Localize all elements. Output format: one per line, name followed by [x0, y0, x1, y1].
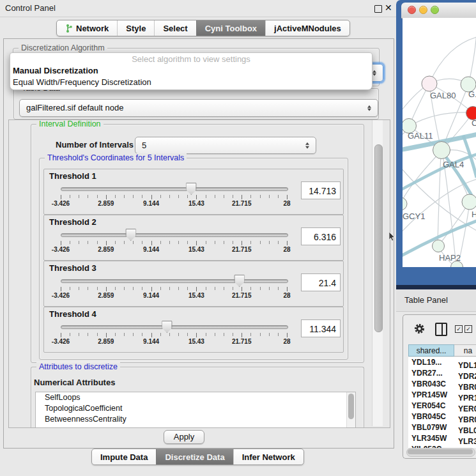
- tab-select[interactable]: Select: [154, 20, 196, 36]
- slider-track[interactable]: [61, 279, 288, 283]
- slider-minor-ticks: [61, 241, 287, 244]
- list-scrollbar[interactable]: [346, 392, 355, 428]
- node-label: GAL4: [443, 160, 464, 169]
- threshold-value-field[interactable]: 6.316: [301, 227, 341, 245]
- slider-minor-ticks: [61, 287, 287, 290]
- combo-arrows-icon: [372, 69, 377, 77]
- threshold-slider[interactable]: -3.426 2.859 9.144 15.43 21.715 28: [61, 319, 287, 349]
- panel-scrollbar[interactable]: [372, 120, 383, 426]
- horizontal-scrollbar[interactable]: [406, 448, 475, 457]
- table-row[interactable]: YBR045CYBR0: [408, 411, 476, 422]
- algorithm-dropdown-popup: Select algorithm to view settings Manual…: [10, 52, 372, 90]
- network-window-titlebar[interactable]: [401, 3, 476, 19]
- checkbox-icon[interactable]: ✓: [455, 325, 463, 333]
- table-row[interactable]: YDL19...YDL1: [408, 357, 476, 368]
- column-header-shared[interactable]: shared...: [408, 344, 454, 357]
- slider-minor-ticks: [61, 195, 287, 198]
- threshold-slider[interactable]: -3.426 2.859 9.144 15.43 21.715 28: [61, 227, 287, 257]
- node-label: C: [472, 118, 476, 128]
- threshold-label: Threshold 3: [49, 263, 96, 273]
- tab-impute-data[interactable]: Impute Data: [92, 449, 156, 464]
- slider-thumb[interactable]: [125, 229, 136, 241]
- tab-label: Discretize Data: [165, 452, 224, 462]
- node-label: H: [472, 210, 476, 219]
- popup-item-equal-width[interactable]: Equal Width/Frequency Discretization: [10, 77, 372, 88]
- slider-track[interactable]: [61, 325, 288, 329]
- tab-infer-network[interactable]: Infer Network: [233, 449, 303, 464]
- table-row[interactable]: YBR043CYBR0: [408, 379, 476, 390]
- list-item[interactable]: SelfLoops: [36, 392, 355, 403]
- node-label: GCY1: [403, 211, 425, 221]
- popup-item-manual-discretization[interactable]: Manual Discretization: [10, 65, 372, 77]
- numerical-attributes-heading: Numerical Attributes: [34, 378, 115, 387]
- table-data-group: Table Data galFiltered.sif default node: [13, 88, 379, 119]
- combo-value: 5: [142, 141, 146, 150]
- tab-style[interactable]: Style: [117, 20, 154, 36]
- panel-title: Control Panel: [5, 3, 56, 13]
- slider-minor-ticks: [61, 333, 287, 336]
- table-row[interactable]: YLR345WYLR3: [408, 433, 476, 444]
- table-panel-title: Table Panel: [404, 295, 448, 305]
- network-nodes[interactable]: [403, 76, 476, 267]
- table-row[interactable]: YPR145WYPR1: [408, 390, 476, 401]
- node-partial-right[interactable]: [462, 194, 476, 210]
- numerical-attributes-list: SelfLoops TopologicalCoefficient Between…: [35, 392, 356, 428]
- column-layout-icon[interactable]: [435, 323, 447, 336]
- popup-hint[interactable]: Select algorithm to view settings: [10, 53, 372, 65]
- float-window-icon[interactable]: [374, 5, 382, 13]
- control-panel-titlebar: Control Panel ✕: [0, 0, 396, 17]
- mouse-cursor: [389, 232, 396, 242]
- node-gal4[interactable]: [433, 142, 450, 159]
- slider-thumb[interactable]: [234, 275, 245, 287]
- slider-thumb[interactable]: [162, 321, 173, 333]
- threshold-value-field[interactable]: 14.713: [301, 181, 341, 199]
- slider-thumb[interactable]: [186, 183, 197, 195]
- close-traffic-light[interactable]: [408, 6, 416, 14]
- threshold-panel: Threshold 2 -3.426 2.859 9.144: [43, 215, 344, 261]
- network-canvas[interactable]: GAL80 G. C GAL11 GAL4 GCY1 H HAP2: [403, 18, 476, 267]
- scrollbar-thumb[interactable]: [374, 144, 383, 332]
- threshold-value-field[interactable]: 21.4: [301, 273, 341, 291]
- node-label: GAL80: [430, 91, 456, 100]
- combo-value: galFiltered.sif default node: [26, 103, 123, 112]
- minimize-traffic-light[interactable]: [419, 6, 427, 14]
- checkbox-icon[interactable]: ✓: [464, 325, 472, 333]
- cyni-toolbox-panel: Discretization Algorithm Select algorith…: [3, 38, 394, 449]
- slider-track[interactable]: [61, 187, 288, 191]
- tab-discretize-data[interactable]: Discretize Data: [156, 449, 233, 464]
- attributes-group: Attributes to discretize Numerical Attri…: [31, 367, 364, 428]
- number-of-intervals-combobox[interactable]: 5: [135, 137, 316, 154]
- list-item[interactable]: TopologicalCoefficient: [36, 403, 355, 414]
- table-row[interactable]: YBL079WYBL0: [408, 422, 476, 433]
- tab-label: Impute Data: [100, 452, 148, 462]
- scrollbar-thumb[interactable]: [408, 449, 473, 454]
- table-data-combobox[interactable]: galFiltered.sif default node: [19, 99, 378, 117]
- apply-button[interactable]: Apply: [164, 430, 204, 444]
- threshold-label: Threshold 4: [49, 309, 96, 319]
- threshold-value-field[interactable]: 11.344: [301, 319, 341, 337]
- close-panel-icon[interactable]: ✕: [385, 3, 392, 13]
- tab-network[interactable]: Network: [57, 20, 117, 36]
- threshold-slider[interactable]: -3.426 2.859 9.144 15.43 21.715 28: [61, 181, 287, 211]
- zoom-traffic-light[interactable]: [431, 6, 439, 14]
- list-item[interactable]: BetweennessCentrality: [36, 414, 355, 425]
- tab-label: Infer Network: [242, 452, 295, 462]
- column-header-name[interactable]: na: [454, 344, 476, 357]
- combo-arrows-icon: [367, 104, 372, 112]
- threshold-slider[interactable]: -3.426 2.859 9.144 15.43 21.715 28: [61, 273, 287, 303]
- node-gal80[interactable]: [422, 76, 437, 91]
- gear-icon[interactable]: [414, 323, 425, 334]
- tab-label: Network: [76, 24, 109, 33]
- table-row[interactable]: YDR27...YDR2: [408, 368, 476, 379]
- threshold-label: Threshold 2: [49, 217, 96, 227]
- bottom-tab-bar: Impute Data Discretize Data Infer Networ…: [91, 449, 304, 465]
- tab-cyni-toolbox[interactable]: Cyni Toolbox: [196, 20, 265, 36]
- node-hap2[interactable]: [433, 240, 445, 252]
- table-row[interactable]: YER054CYER0: [408, 401, 476, 411]
- tab-jactivemnodules[interactable]: jActiveMNodules: [265, 20, 349, 36]
- scrollbar-thumb[interactable]: [348, 394, 354, 419]
- network-view-window: GAL80 G. C GAL11 GAL4 GCY1 H HAP2: [396, 0, 476, 289]
- tab-label: Select: [163, 24, 187, 33]
- slider-track[interactable]: [61, 233, 288, 237]
- node-gcy1[interactable]: [403, 197, 407, 210]
